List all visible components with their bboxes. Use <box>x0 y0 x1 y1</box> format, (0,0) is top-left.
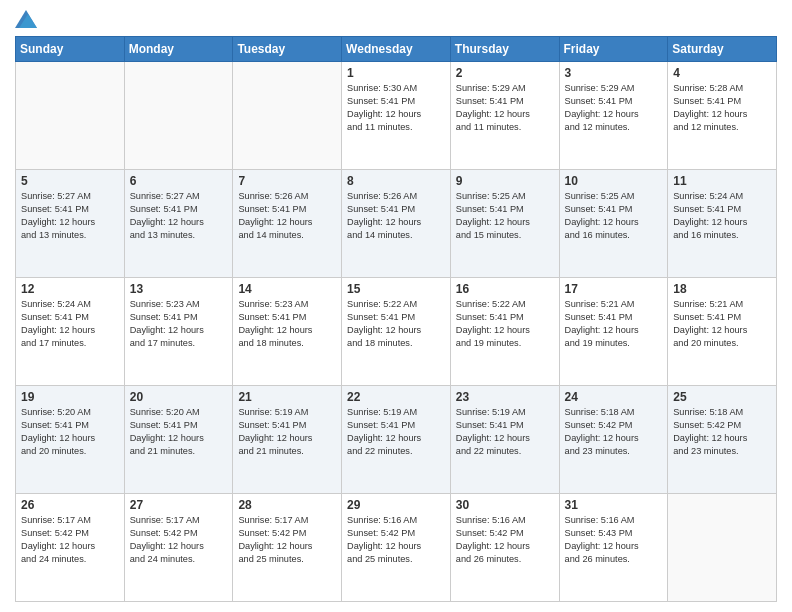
calendar-cell: 3Sunrise: 5:29 AM Sunset: 5:41 PM Daylig… <box>559 62 668 170</box>
calendar-cell: 23Sunrise: 5:19 AM Sunset: 5:41 PM Dayli… <box>450 386 559 494</box>
day-number: 26 <box>21 498 119 512</box>
day-info: Sunrise: 5:30 AM Sunset: 5:41 PM Dayligh… <box>347 82 445 134</box>
calendar-week-row: 1Sunrise: 5:30 AM Sunset: 5:41 PM Daylig… <box>16 62 777 170</box>
weekday-header: Saturday <box>668 37 777 62</box>
calendar-cell: 25Sunrise: 5:18 AM Sunset: 5:42 PM Dayli… <box>668 386 777 494</box>
day-info: Sunrise: 5:22 AM Sunset: 5:41 PM Dayligh… <box>347 298 445 350</box>
calendar-cell: 21Sunrise: 5:19 AM Sunset: 5:41 PM Dayli… <box>233 386 342 494</box>
calendar-cell: 18Sunrise: 5:21 AM Sunset: 5:41 PM Dayli… <box>668 278 777 386</box>
calendar-cell: 30Sunrise: 5:16 AM Sunset: 5:42 PM Dayli… <box>450 494 559 602</box>
calendar-week-row: 19Sunrise: 5:20 AM Sunset: 5:41 PM Dayli… <box>16 386 777 494</box>
day-info: Sunrise: 5:16 AM Sunset: 5:42 PM Dayligh… <box>456 514 554 566</box>
day-number: 11 <box>673 174 771 188</box>
day-number: 12 <box>21 282 119 296</box>
day-info: Sunrise: 5:27 AM Sunset: 5:41 PM Dayligh… <box>21 190 119 242</box>
calendar-cell: 15Sunrise: 5:22 AM Sunset: 5:41 PM Dayli… <box>342 278 451 386</box>
calendar-cell: 24Sunrise: 5:18 AM Sunset: 5:42 PM Dayli… <box>559 386 668 494</box>
calendar-cell: 5Sunrise: 5:27 AM Sunset: 5:41 PM Daylig… <box>16 170 125 278</box>
calendar-cell: 31Sunrise: 5:16 AM Sunset: 5:43 PM Dayli… <box>559 494 668 602</box>
weekday-header: Sunday <box>16 37 125 62</box>
day-number: 4 <box>673 66 771 80</box>
calendar-cell: 20Sunrise: 5:20 AM Sunset: 5:41 PM Dayli… <box>124 386 233 494</box>
calendar-week-row: 26Sunrise: 5:17 AM Sunset: 5:42 PM Dayli… <box>16 494 777 602</box>
day-info: Sunrise: 5:25 AM Sunset: 5:41 PM Dayligh… <box>565 190 663 242</box>
calendar-cell: 6Sunrise: 5:27 AM Sunset: 5:41 PM Daylig… <box>124 170 233 278</box>
day-number: 13 <box>130 282 228 296</box>
calendar-cell: 11Sunrise: 5:24 AM Sunset: 5:41 PM Dayli… <box>668 170 777 278</box>
day-info: Sunrise: 5:21 AM Sunset: 5:41 PM Dayligh… <box>673 298 771 350</box>
day-number: 29 <box>347 498 445 512</box>
calendar-cell: 1Sunrise: 5:30 AM Sunset: 5:41 PM Daylig… <box>342 62 451 170</box>
day-info: Sunrise: 5:19 AM Sunset: 5:41 PM Dayligh… <box>238 406 336 458</box>
day-number: 20 <box>130 390 228 404</box>
day-info: Sunrise: 5:19 AM Sunset: 5:41 PM Dayligh… <box>347 406 445 458</box>
weekday-header-row: SundayMondayTuesdayWednesdayThursdayFrid… <box>16 37 777 62</box>
day-info: Sunrise: 5:29 AM Sunset: 5:41 PM Dayligh… <box>456 82 554 134</box>
weekday-header: Friday <box>559 37 668 62</box>
calendar-cell: 12Sunrise: 5:24 AM Sunset: 5:41 PM Dayli… <box>16 278 125 386</box>
calendar-cell: 16Sunrise: 5:22 AM Sunset: 5:41 PM Dayli… <box>450 278 559 386</box>
day-number: 22 <box>347 390 445 404</box>
day-number: 15 <box>347 282 445 296</box>
day-info: Sunrise: 5:23 AM Sunset: 5:41 PM Dayligh… <box>238 298 336 350</box>
calendar-cell: 7Sunrise: 5:26 AM Sunset: 5:41 PM Daylig… <box>233 170 342 278</box>
calendar-cell: 19Sunrise: 5:20 AM Sunset: 5:41 PM Dayli… <box>16 386 125 494</box>
calendar-cell: 4Sunrise: 5:28 AM Sunset: 5:41 PM Daylig… <box>668 62 777 170</box>
calendar-cell: 9Sunrise: 5:25 AM Sunset: 5:41 PM Daylig… <box>450 170 559 278</box>
calendar-cell: 10Sunrise: 5:25 AM Sunset: 5:41 PM Dayli… <box>559 170 668 278</box>
day-number: 24 <box>565 390 663 404</box>
day-info: Sunrise: 5:26 AM Sunset: 5:41 PM Dayligh… <box>347 190 445 242</box>
day-number: 17 <box>565 282 663 296</box>
calendar-cell <box>16 62 125 170</box>
day-info: Sunrise: 5:20 AM Sunset: 5:41 PM Dayligh… <box>21 406 119 458</box>
day-info: Sunrise: 5:24 AM Sunset: 5:41 PM Dayligh… <box>673 190 771 242</box>
weekday-header: Thursday <box>450 37 559 62</box>
weekday-header: Monday <box>124 37 233 62</box>
page-header <box>15 10 777 28</box>
logo-icon <box>15 10 37 28</box>
day-info: Sunrise: 5:24 AM Sunset: 5:41 PM Dayligh… <box>21 298 119 350</box>
day-info: Sunrise: 5:29 AM Sunset: 5:41 PM Dayligh… <box>565 82 663 134</box>
day-info: Sunrise: 5:18 AM Sunset: 5:42 PM Dayligh… <box>565 406 663 458</box>
calendar-cell <box>124 62 233 170</box>
day-info: Sunrise: 5:23 AM Sunset: 5:41 PM Dayligh… <box>130 298 228 350</box>
calendar-cell: 28Sunrise: 5:17 AM Sunset: 5:42 PM Dayli… <box>233 494 342 602</box>
calendar-cell <box>233 62 342 170</box>
calendar-cell: 22Sunrise: 5:19 AM Sunset: 5:41 PM Dayli… <box>342 386 451 494</box>
weekday-header: Wednesday <box>342 37 451 62</box>
day-info: Sunrise: 5:28 AM Sunset: 5:41 PM Dayligh… <box>673 82 771 134</box>
day-number: 28 <box>238 498 336 512</box>
day-info: Sunrise: 5:16 AM Sunset: 5:42 PM Dayligh… <box>347 514 445 566</box>
day-info: Sunrise: 5:27 AM Sunset: 5:41 PM Dayligh… <box>130 190 228 242</box>
day-number: 5 <box>21 174 119 188</box>
day-number: 25 <box>673 390 771 404</box>
calendar-cell: 27Sunrise: 5:17 AM Sunset: 5:42 PM Dayli… <box>124 494 233 602</box>
day-info: Sunrise: 5:21 AM Sunset: 5:41 PM Dayligh… <box>565 298 663 350</box>
day-number: 8 <box>347 174 445 188</box>
day-number: 30 <box>456 498 554 512</box>
calendar-week-row: 5Sunrise: 5:27 AM Sunset: 5:41 PM Daylig… <box>16 170 777 278</box>
day-info: Sunrise: 5:25 AM Sunset: 5:41 PM Dayligh… <box>456 190 554 242</box>
day-number: 23 <box>456 390 554 404</box>
day-info: Sunrise: 5:26 AM Sunset: 5:41 PM Dayligh… <box>238 190 336 242</box>
calendar-cell: 8Sunrise: 5:26 AM Sunset: 5:41 PM Daylig… <box>342 170 451 278</box>
day-number: 21 <box>238 390 336 404</box>
day-info: Sunrise: 5:22 AM Sunset: 5:41 PM Dayligh… <box>456 298 554 350</box>
day-number: 10 <box>565 174 663 188</box>
day-number: 3 <box>565 66 663 80</box>
day-number: 7 <box>238 174 336 188</box>
day-info: Sunrise: 5:17 AM Sunset: 5:42 PM Dayligh… <box>130 514 228 566</box>
weekday-header: Tuesday <box>233 37 342 62</box>
day-info: Sunrise: 5:17 AM Sunset: 5:42 PM Dayligh… <box>238 514 336 566</box>
day-info: Sunrise: 5:19 AM Sunset: 5:41 PM Dayligh… <box>456 406 554 458</box>
calendar-cell: 26Sunrise: 5:17 AM Sunset: 5:42 PM Dayli… <box>16 494 125 602</box>
day-info: Sunrise: 5:17 AM Sunset: 5:42 PM Dayligh… <box>21 514 119 566</box>
calendar-cell: 13Sunrise: 5:23 AM Sunset: 5:41 PM Dayli… <box>124 278 233 386</box>
calendar-table: SundayMondayTuesdayWednesdayThursdayFrid… <box>15 36 777 602</box>
logo <box>15 10 41 28</box>
day-info: Sunrise: 5:20 AM Sunset: 5:41 PM Dayligh… <box>130 406 228 458</box>
calendar-cell: 2Sunrise: 5:29 AM Sunset: 5:41 PM Daylig… <box>450 62 559 170</box>
calendar-cell: 14Sunrise: 5:23 AM Sunset: 5:41 PM Dayli… <box>233 278 342 386</box>
calendar-week-row: 12Sunrise: 5:24 AM Sunset: 5:41 PM Dayli… <box>16 278 777 386</box>
day-number: 19 <box>21 390 119 404</box>
